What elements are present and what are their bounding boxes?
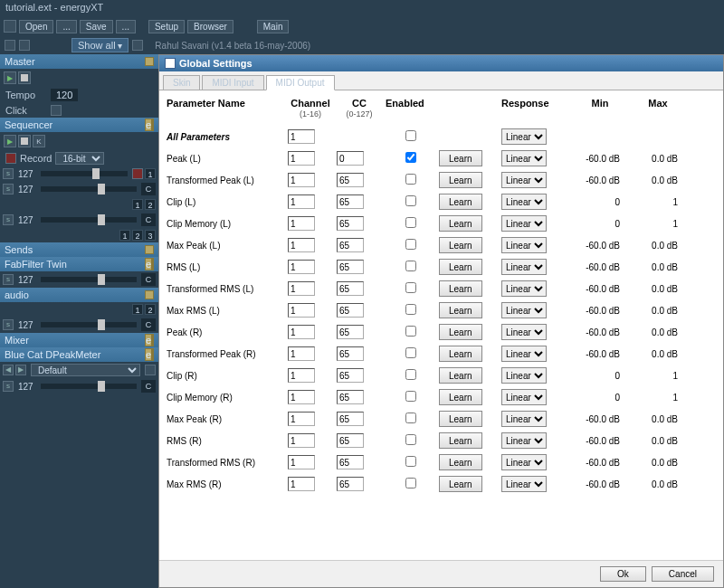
learn-button[interactable]: Learn [439, 367, 482, 384]
enabled-checkbox[interactable] [405, 413, 416, 423]
bitdepth-dropdown[interactable]: 16-bit [55, 152, 104, 165]
cc-input[interactable] [337, 455, 364, 469]
open-more-button[interactable]: ... [56, 20, 76, 33]
learn-button[interactable]: Learn [439, 215, 482, 232]
expand-icon[interactable] [152, 119, 154, 131]
response-dropdown[interactable]: Linear [501, 476, 547, 492]
show-all-dropdown[interactable]: Show all ▾ [71, 38, 129, 52]
record-button[interactable] [5, 153, 16, 164]
response-dropdown[interactable]: Linear [501, 172, 547, 188]
enabled-checkbox[interactable] [405, 369, 416, 380]
solo-button[interactable]: s [3, 168, 14, 179]
nav-icon-3[interactable] [132, 40, 143, 51]
cc-input[interactable] [337, 303, 364, 318]
browser-button[interactable]: Browser [187, 20, 233, 33]
channel-input[interactable] [288, 390, 315, 404]
volume-slider[interactable] [41, 217, 137, 223]
learn-button[interactable]: Learn [439, 411, 482, 427]
setup-button[interactable]: Setup [148, 20, 185, 33]
ok-button[interactable]: Ok [600, 566, 646, 582]
tab-skin[interactable]: Skin [163, 75, 200, 90]
preset-dropdown[interactable]: Default [31, 364, 140, 376]
cc-input[interactable] [337, 368, 364, 383]
channel-input[interactable] [288, 151, 315, 166]
cc-input[interactable] [337, 477, 364, 491]
channel-input[interactable] [288, 433, 315, 448]
out-1[interactable]: 1 [132, 199, 143, 210]
channel-input[interactable] [288, 368, 315, 383]
enabled-checkbox[interactable] [405, 261, 416, 271]
cc-input[interactable] [337, 173, 364, 187]
output-num[interactable]: 1 [145, 168, 156, 179]
out-1[interactable]: 1 [119, 230, 130, 241]
enabled-checkbox[interactable] [405, 195, 416, 206]
prev-preset[interactable]: ◀ [3, 365, 14, 375]
volume-slider[interactable] [41, 171, 128, 176]
cc-input[interactable] [337, 346, 364, 361]
enabled-checkbox[interactable] [405, 478, 416, 488]
nav-icon-1[interactable] [5, 40, 15, 51]
enabled-checkbox[interactable] [405, 391, 416, 402]
tab-midi-output[interactable]: MIDI Output [266, 75, 335, 90]
response-dropdown[interactable]: Linear [501, 215, 547, 232]
solo-button[interactable]: s [3, 319, 14, 330]
response-dropdown[interactable]: Linear [501, 367, 547, 384]
response-dropdown[interactable]: Linear [501, 454, 547, 470]
enabled-checkbox[interactable] [405, 130, 416, 141]
cc-input[interactable] [337, 260, 364, 274]
nav-icon-2[interactable] [19, 40, 30, 51]
seq-k-button[interactable]: K [33, 135, 45, 147]
cc-input[interactable] [337, 151, 364, 166]
solo-button[interactable]: s [3, 274, 14, 285]
learn-button[interactable]: Learn [439, 237, 482, 253]
learn-button[interactable]: Learn [439, 346, 482, 362]
out-3[interactable]: 3 [145, 230, 156, 241]
channel-input[interactable] [288, 281, 315, 296]
response-dropdown[interactable]: Linear [501, 237, 547, 253]
channel-input[interactable] [288, 455, 315, 469]
cancel-button[interactable]: Cancel [652, 566, 714, 582]
expand-icon[interactable] [145, 57, 154, 66]
response-dropdown[interactable]: Linear [501, 128, 547, 145]
next-preset[interactable]: ▶ [15, 365, 26, 375]
channel-input[interactable] [288, 303, 315, 318]
cc-input[interactable] [337, 325, 364, 339]
channel-input[interactable] [288, 216, 315, 231]
cc-input[interactable] [337, 281, 364, 296]
channel-input[interactable] [288, 238, 315, 252]
tab-midi-input[interactable]: MIDI Input [202, 75, 263, 90]
enabled-checkbox[interactable] [405, 174, 416, 185]
learn-button[interactable]: Learn [439, 302, 482, 318]
channel-input[interactable] [288, 477, 315, 491]
learn-button[interactable]: Learn [439, 324, 482, 340]
response-dropdown[interactable]: Linear [501, 411, 547, 427]
response-dropdown[interactable]: Linear [501, 259, 547, 275]
fabfilter-header[interactable]: FabFilter Twine [0, 257, 158, 271]
expand-icon[interactable] [145, 290, 154, 299]
channel-input[interactable] [288, 129, 315, 144]
out-2[interactable]: 2 [145, 199, 156, 210]
solo-button[interactable]: s [3, 214, 14, 225]
audio-header[interactable]: audio [0, 288, 158, 302]
learn-button[interactable]: Learn [439, 150, 482, 166]
volume-slider[interactable] [41, 186, 137, 192]
enabled-checkbox[interactable] [405, 282, 416, 293]
enabled-checkbox[interactable] [405, 217, 416, 228]
solo-button[interactable]: s [3, 381, 14, 392]
learn-button[interactable]: Learn [439, 194, 482, 210]
learn-button[interactable]: Learn [439, 259, 482, 275]
enabled-checkbox[interactable] [405, 152, 416, 163]
response-dropdown[interactable]: Linear [501, 194, 547, 210]
sends-header[interactable]: Sends [0, 242, 158, 257]
c-button[interactable]: C [141, 318, 156, 331]
learn-button[interactable]: Learn [439, 172, 482, 188]
stop-button[interactable] [18, 71, 31, 84]
volume-slider[interactable] [41, 277, 137, 282]
seq-stop-button[interactable] [18, 135, 31, 147]
volume-slider[interactable] [41, 322, 137, 327]
sequencer-header[interactable]: Sequencere [0, 118, 158, 132]
seq-play-button[interactable]: ▶ [4, 135, 16, 147]
c-button[interactable]: C [141, 380, 156, 393]
cc-input[interactable] [337, 412, 364, 426]
e-button[interactable]: e [145, 119, 152, 131]
